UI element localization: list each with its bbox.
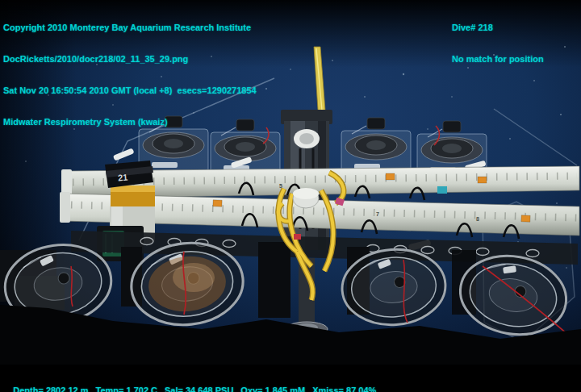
overlay-top-left: Copyright 2010 Monterey Bay Aquarium Res… bbox=[3, 2, 257, 148]
telemetry-depth: Depth= 2802.12 m bbox=[13, 386, 88, 392]
cylinder-cap-label: 21 bbox=[118, 172, 128, 182]
telemetry-salinity: Sal= 34.648 PSU bbox=[165, 386, 233, 392]
rail-marking: 7 bbox=[376, 211, 379, 217]
overlay-top-right: Dive# 218 No match for position bbox=[452, 2, 544, 85]
telemetry-oxygen: Oxy= 1.845 mM bbox=[240, 386, 305, 392]
red-marker bbox=[294, 234, 301, 240]
system-label-line: Midwater Respirometry System (kwaiz) bbox=[3, 117, 257, 127]
position-status: No match for position bbox=[452, 54, 544, 65]
video-frame: 5 6 7 8 bbox=[0, 0, 581, 392]
rail-marking: 8 bbox=[476, 216, 479, 222]
specimen-highlight bbox=[173, 263, 215, 292]
file-path-line: DocRicketts/2010/docr218/02_11_35_29.png bbox=[3, 54, 257, 65]
timestamp-line: Sat Nov 20 16:50:54 2010 GMT (local +8) … bbox=[3, 85, 257, 96]
copyright-line: Copyright 2010 Monterey Bay Aquarium Res… bbox=[3, 23, 257, 33]
telemetry-transmissivity: Xmiss= 87.04% bbox=[312, 386, 376, 392]
telemetry-temp: Temp= 1.702 C bbox=[95, 386, 157, 392]
overlay-telemetry: Depth= 2802.12 mTemp= 1.702 CSal= 34.648… bbox=[3, 375, 383, 392]
dive-number: Dive# 218 bbox=[452, 23, 544, 33]
blue-fitting bbox=[437, 186, 447, 194]
